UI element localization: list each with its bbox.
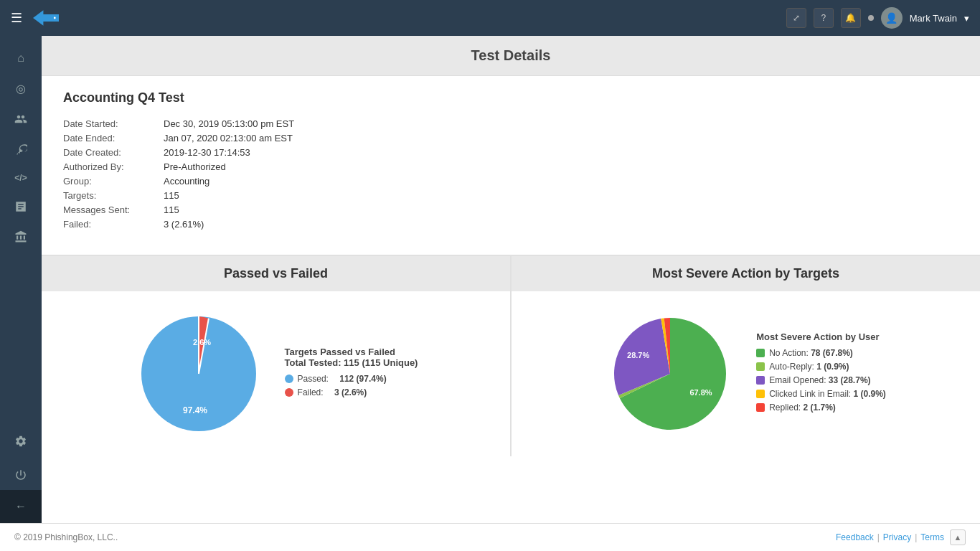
severe-legend-color <box>756 349 765 357</box>
failed-dot <box>285 388 293 397</box>
sidebar-item-power[interactable] <box>0 460 42 490</box>
feedback-link[interactable]: Feedback <box>836 532 874 542</box>
detail-row: Date Started:Dec 30, 2019 05:13:00 pm ES… <box>63 118 958 129</box>
severe-legend-item: Replied: 2 (1.7%) <box>756 402 886 413</box>
detail-row: Date Created:2019-12-30 17:14:53 <box>63 147 958 158</box>
detail-value: 2019-12-30 17:14:53 <box>164 147 250 158</box>
sidebar-item-campaigns[interactable]: ◎ <box>0 73 42 104</box>
detail-row: Failed:3 (2.61%) <box>63 219 958 230</box>
detail-value: Dec 30, 2019 05:13:00 pm EST <box>164 118 294 129</box>
hamburger-menu[interactable]: ☰ <box>11 10 22 26</box>
detail-row: Date Ended:Jan 07, 2020 02:13:00 am EST <box>63 133 958 143</box>
navbar: ☰ ⤢ ? 🔔 👤 Mark Twain ▾ <box>0 0 980 36</box>
sidebar-item-phishing[interactable] <box>0 134 42 164</box>
main-content: Test Details Accounting Q4 Test Date Sta… <box>42 36 980 523</box>
sidebar-item-reports[interactable] <box>0 192 42 222</box>
fullscreen-button[interactable]: ⤢ <box>786 8 806 28</box>
sidebar-item-settings[interactable] <box>0 426 42 456</box>
detail-value: 115 <box>164 190 179 201</box>
detail-label: Date Started: <box>63 118 164 129</box>
user-dropdown-arrow[interactable]: ▾ <box>964 13 969 24</box>
user-name[interactable]: Mark Twain <box>910 13 957 24</box>
detail-row: Authorized By:Pre-Authorized <box>63 161 958 172</box>
passed-failed-legend: Targets Passed vs Failed Total Tested: 1… <box>285 347 418 401</box>
status-dot <box>868 15 874 21</box>
severe-legend-color <box>756 390 765 398</box>
detail-label: Authorized By: <box>63 161 164 172</box>
severe-legend-item: Clicked Link in Email: 1 (0.9%) <box>756 389 886 399</box>
notifications-button[interactable]: 🔔 <box>841 8 861 28</box>
svg-text:97.4%: 97.4% <box>183 405 207 415</box>
brand-logo <box>33 9 59 27</box>
most-severe-title: Most Severe Action by Targets <box>512 256 980 291</box>
detail-value: 3 (2.61%) <box>164 219 204 230</box>
test-name: Accounting Q4 Test <box>63 90 958 105</box>
detail-value: Jan 07, 2020 02:13:00 am EST <box>164 133 293 143</box>
user-avatar: 👤 <box>881 7 903 29</box>
failed-value: 3 (2.6%) <box>334 387 367 397</box>
most-severe-legend: Most Severe Action by User No Action: 78… <box>756 331 886 416</box>
main-layout: ⌂ ◎ </> ← Test Details Accounting Q4 Tes… <box>0 36 980 523</box>
svg-text:2.6%: 2.6% <box>193 338 211 347</box>
sidebar-item-code[interactable]: </> <box>0 164 42 192</box>
sidebar-item-bank[interactable] <box>0 222 42 252</box>
legend-failed: Failed: 3 (2.6%) <box>285 387 418 397</box>
most-severe-pie: 67.8%28.7% <box>606 309 735 438</box>
passed-label: Passed: <box>298 374 329 384</box>
severe-legend-label: No Action: 78 (67.8%) <box>769 348 853 358</box>
severe-legend-item: Email Opened: 33 (28.7%) <box>756 375 886 385</box>
severe-legend-color <box>756 362 765 371</box>
severe-legend-color <box>756 376 765 385</box>
passed-failed-panel: Passed vs Failed <box>42 256 512 456</box>
footer-links: Feedback | Privacy | Terms <box>836 532 944 542</box>
passed-dot <box>285 375 293 383</box>
terms-link[interactable]: Terms <box>920 532 944 542</box>
severe-legend-item: No Action: 78 (67.8%) <box>756 348 886 358</box>
svg-text:67.8%: 67.8% <box>690 388 712 397</box>
navbar-left: ☰ <box>11 9 59 27</box>
detail-value: Accounting <box>164 176 209 187</box>
navbar-brand <box>33 9 59 27</box>
passed-value: 112 (97.4%) <box>339 374 386 384</box>
footer: © 2019 PhishingBox, LLC.. Feedback | Pri… <box>0 523 980 551</box>
help-button[interactable]: ? <box>814 8 834 28</box>
detail-label: Date Created: <box>63 147 164 158</box>
privacy-link[interactable]: Privacy <box>883 532 911 542</box>
detail-label: Date Ended: <box>63 133 164 143</box>
most-severe-content: 67.8%28.7% Most Severe Action by User No… <box>519 302 973 446</box>
severe-legend-label: Email Opened: 33 (28.7%) <box>769 375 870 385</box>
scroll-to-top-button[interactable]: ▲ <box>950 529 966 545</box>
severe-legend-color <box>756 403 765 412</box>
detail-row: Messages Sent:115 <box>63 204 958 215</box>
sidebar-item-users[interactable] <box>0 104 42 134</box>
severe-legend-label: Clicked Link in Email: 1 (0.9%) <box>769 389 886 399</box>
charts-section: Passed vs Failed <box>42 255 980 456</box>
svg-text:28.7%: 28.7% <box>627 351 649 359</box>
detail-value: 115 <box>164 204 179 215</box>
passed-failed-title: Passed vs Failed <box>42 256 510 291</box>
legend-title: Targets Passed vs Failed Total Tested: 1… <box>285 347 418 368</box>
severe-legend-title: Most Severe Action by User <box>756 331 886 342</box>
sidebar: ⌂ ◎ </> ← <box>0 36 42 523</box>
severe-legend-label: Auto-Reply: 1 (0.9%) <box>769 362 849 372</box>
page-title: Test Details <box>42 36 980 76</box>
severe-legend-label: Replied: 2 (1.7%) <box>769 402 836 413</box>
svg-point-1 <box>54 17 56 19</box>
most-severe-panel: Most Severe Action by Targets 67.8%28.7%… <box>512 256 980 456</box>
navbar-right: ⤢ ? 🔔 👤 Mark Twain ▾ <box>786 7 969 29</box>
test-details-section: Accounting Q4 Test Date Started:Dec 30, … <box>42 76 980 255</box>
copyright: © 2019 PhishingBox, LLC.. <box>14 532 118 542</box>
detail-label: Messages Sent: <box>63 204 164 215</box>
sidebar-item-dashboard[interactable]: ⌂ <box>0 43 42 73</box>
detail-label: Targets: <box>63 190 164 201</box>
detail-table: Date Started:Dec 30, 2019 05:13:00 pm ES… <box>63 118 958 230</box>
passed-failed-pie: 97.4% 2.6% <box>134 309 263 438</box>
detail-label: Group: <box>63 176 164 187</box>
detail-value: Pre-Authorized <box>164 161 226 172</box>
sidebar-back-button[interactable]: ← <box>0 490 42 523</box>
severe-legend-item: Auto-Reply: 1 (0.9%) <box>756 362 886 372</box>
legend-passed: Passed: 112 (97.4%) <box>285 374 418 384</box>
detail-row: Group:Accounting <box>63 176 958 187</box>
detail-row: Targets:115 <box>63 190 958 201</box>
passed-failed-content: 97.4% 2.6% Targets Passed vs Failed Tota… <box>49 302 503 446</box>
